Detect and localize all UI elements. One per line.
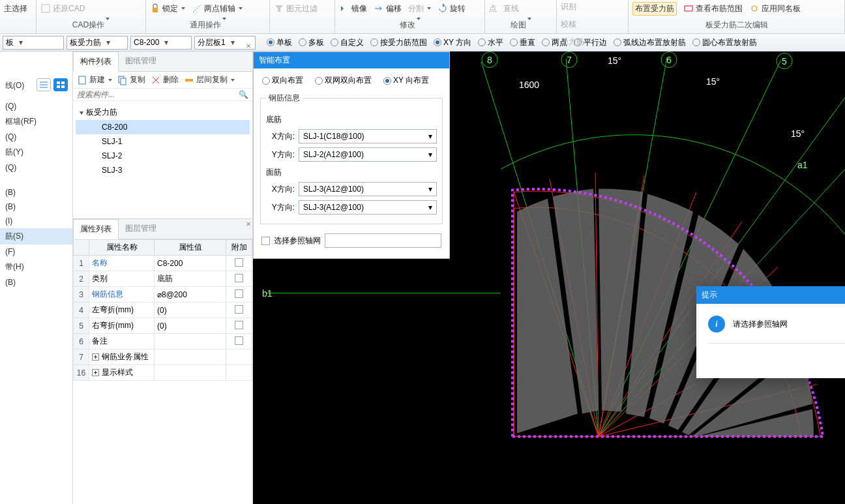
delete-btn[interactable]: 删除: [151, 74, 179, 85]
mirror-btn[interactable]: 镜像: [339, 3, 367, 14]
point-btn[interactable]: 点: [489, 3, 497, 14]
smart-radio-dualnet[interactable]: 双网双向布置: [315, 75, 372, 86]
table-row[interactable]: 7+钢筋业务属性: [74, 349, 252, 365]
category-item[interactable]: [0, 180, 72, 185]
view-list-btn[interactable]: [37, 78, 51, 91]
category-item[interactable]: 筋(S): [0, 228, 72, 245]
split-btn[interactable]: 分割: [408, 3, 431, 14]
new-btn[interactable]: 新建: [77, 74, 112, 85]
radio-arc[interactable]: 弧线边布置放射筋: [614, 37, 686, 48]
prop-h3: 附加: [226, 240, 252, 256]
type-combo[interactable]: 板受力筋▾: [67, 36, 128, 50]
two-point-axis-btn[interactable]: 两点辅轴: [192, 3, 243, 14]
tab-component-list[interactable]: 构件列表: [73, 52, 119, 72]
category-item[interactable]: (Q): [0, 160, 72, 175]
radio-vert[interactable]: 垂直: [510, 37, 535, 48]
identify-btn[interactable]: 识别: [561, 1, 592, 12]
tree-item[interactable]: SLJ-1: [76, 134, 250, 149]
filter-btn[interactable]: 图元过滤: [274, 3, 318, 14]
prop-h2: 属性值: [155, 240, 226, 256]
category-item[interactable]: [0, 175, 72, 180]
bottom-x-select[interactable]: SLJ-1(C18@100)▾: [299, 129, 437, 143]
offset-icon: [374, 3, 384, 14]
table-row[interactable]: 1名称C8-200: [74, 256, 252, 271]
label-b1: b1: [262, 288, 273, 299]
bottom-y-label: Y方向:: [266, 149, 295, 160]
new-icon: [77, 75, 87, 85]
apply-same-btn[interactable]: 应用同名板: [749, 3, 801, 14]
smart-radio-xy[interactable]: XY 向布置: [383, 75, 429, 86]
bottom-x-label: X方向:: [266, 131, 295, 142]
category-item[interactable]: (I): [0, 214, 72, 228]
tab-layer-mgmt[interactable]: 图层管理: [119, 219, 163, 239]
category-item[interactable]: (B): [0, 185, 72, 200]
offset-btn[interactable]: 偏移: [374, 3, 402, 14]
radio-custom[interactable]: 自定义: [331, 37, 364, 48]
prop-close-btn[interactable]: ✕: [246, 220, 251, 228]
component-tree: 板受力筋 C8-200SLJ-1SLJ-2SLJ-3: [73, 101, 252, 218]
search-icon[interactable]: 🔍: [239, 90, 248, 99]
top-y-select[interactable]: SLJ-3(A12@100)▾: [299, 200, 437, 215]
table-row[interactable]: 5右弯折(mm)(0): [74, 318, 252, 334]
top-y-label: Y方向:: [266, 202, 295, 213]
category-item[interactable]: (Q): [0, 99, 72, 113]
radio-horiz[interactable]: 水平: [478, 37, 503, 48]
rotate-btn[interactable]: 旋转: [437, 3, 466, 14]
line-btn[interactable]: 直线: [503, 3, 519, 14]
dialog-message: 请选择参照轴网: [733, 319, 788, 330]
radio-byrebar[interactable]: 按受力筋范围: [370, 37, 427, 48]
category-item[interactable]: (B): [0, 200, 72, 214]
radio-xy[interactable]: XY 方向: [434, 37, 471, 48]
category-combo[interactable]: 板▾: [3, 36, 64, 50]
tab-prop-list[interactable]: 属性列表: [73, 219, 119, 239]
table-row[interactable]: 4左弯折(mm)(0): [74, 303, 252, 318]
category-item[interactable]: (Q): [0, 130, 72, 144]
axis-ref-checkbox[interactable]: [261, 237, 270, 245]
table-row[interactable]: 3钢筋信息⌀8@200: [74, 287, 252, 303]
radio-circle[interactable]: 圆心布置放射筋: [692, 37, 757, 48]
table-row[interactable]: 6备注: [74, 334, 252, 349]
search-input[interactable]: [77, 90, 239, 99]
top-x-label: X方向:: [266, 184, 295, 195]
dialog-title: 提示: [702, 289, 717, 301]
tree-item[interactable]: C8-200: [76, 120, 250, 134]
view-grid-btn[interactable]: [53, 78, 68, 91]
category-item[interactable]: 筋(Y): [0, 144, 72, 160]
panel-close-btn[interactable]: ✕: [246, 42, 251, 50]
tree-root[interactable]: 板受力筋: [76, 105, 250, 120]
axis-ref-input[interactable]: [325, 233, 441, 248]
radio-multi[interactable]: 多板: [299, 37, 324, 48]
category-item[interactable]: (F): [0, 245, 72, 259]
bottom-y-select[interactable]: SLJ-2(A12@100)▾: [299, 147, 437, 162]
copy-btn[interactable]: 复制: [117, 74, 145, 85]
range-icon: [683, 3, 694, 14]
tree-item[interactable]: SLJ-3: [76, 163, 250, 177]
secondary-group-label: 板受力筋二次编辑: [632, 20, 840, 32]
radio-two[interactable]: 两点: [542, 37, 567, 48]
smart-layout-panel: 智能布置 双向布置 双网双向布置 XY 向布置 钢筋信息 底筋 X方向:SLJ-…: [253, 52, 450, 259]
floor-copy-btn[interactable]: 层间复制: [184, 74, 235, 85]
layout-rebar-btn[interactable]: 布置受力筋: [632, 2, 677, 16]
radio-single[interactable]: 单板: [267, 37, 292, 48]
floorcopy-icon: [184, 75, 194, 85]
axis-ref-label: 选择参照轴网: [274, 235, 321, 246]
category-item[interactable]: (B): [0, 275, 72, 289]
smart-radio-bi[interactable]: 双向布置: [262, 75, 303, 86]
select-btn[interactable]: 主选择: [4, 3, 27, 14]
view-range-btn[interactable]: 查看布筋范围: [683, 3, 743, 14]
lock-btn[interactable]: 锁定: [150, 3, 185, 14]
category-item[interactable]: [0, 94, 72, 99]
radio-parallel[interactable]: 平行边: [574, 37, 607, 48]
drawing-canvas[interactable]: 8 7 6 5 15° 15° 15° 1600 a1 b1 智能布置 双向布置…: [253, 52, 845, 504]
restore-cad-btn[interactable]: 还原CAD: [40, 3, 85, 14]
tree-item[interactable]: SLJ-2: [76, 149, 250, 163]
top-x-select[interactable]: SLJ-3(A12@100)▾: [299, 182, 437, 196]
check-btn[interactable]: 校核: [561, 19, 592, 30]
category-item[interactable]: 带(H): [0, 259, 72, 275]
tab-drawing-mgmt[interactable]: 图纸管理: [119, 52, 163, 71]
table-row[interactable]: 2类别底筋: [74, 271, 252, 287]
grid-icon: [57, 82, 65, 88]
item-combo[interactable]: C8-200▾: [130, 36, 192, 50]
category-item[interactable]: 框墙(RF): [0, 113, 72, 130]
table-row[interactable]: 16+显示样式: [74, 365, 252, 381]
